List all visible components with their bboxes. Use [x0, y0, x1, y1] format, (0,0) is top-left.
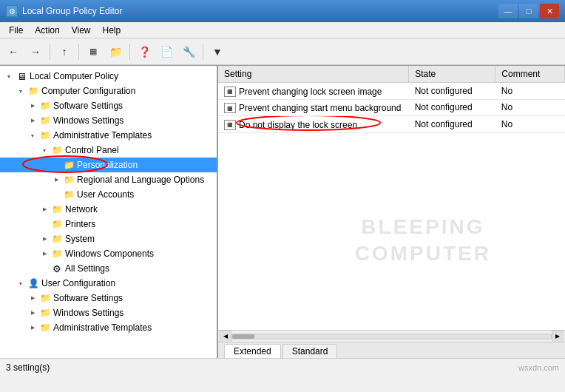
policy-icon-1: ▦	[224, 87, 236, 97]
tree-label-printers: Printers	[65, 219, 95, 229]
back-button[interactable]: ←	[3, 41, 24, 62]
state-cell-2: Not configured	[409, 99, 495, 116]
comment-cell-2: No	[495, 99, 565, 116]
tree-item-all-settings[interactable]: ⚙ All Settings	[0, 261, 217, 276]
policy-icon-2: ▦	[224, 103, 236, 113]
folder-icon-windows-components: 📁	[50, 248, 64, 260]
setting-cell: ▦ Do not display the lock screen	[218, 116, 409, 133]
menu-view[interactable]: View	[66, 24, 97, 37]
tree-toggle-admin[interactable]	[27, 129, 38, 141]
tree-toggle-windows-components[interactable]	[38, 248, 50, 260]
tree-toggle-control-panel[interactable]	[38, 144, 50, 156]
table-body: ▦ Prevent changing lock screen image Not…	[218, 83, 565, 133]
forward-button[interactable]: →	[25, 41, 46, 62]
right-panel-wrapper: BLEEPING COMPUTER Setting State Comment	[218, 66, 565, 358]
tree-toggle-regional[interactable]	[50, 174, 62, 186]
horizontal-scrollbar[interactable]: ◀ ▶	[218, 330, 565, 342]
folder-icon-regional: 📁	[62, 174, 75, 186]
folder-icon-user-software: 📁	[38, 292, 52, 304]
user-icon: 👤	[27, 277, 40, 289]
menu-file[interactable]: File	[3, 24, 29, 37]
tree-toggle-printers	[38, 218, 50, 230]
tab-extended[interactable]: Extended	[224, 344, 281, 358]
folder-icon-printers: 📁	[50, 218, 64, 230]
col-header-comment[interactable]: Comment	[495, 66, 565, 83]
tree-label-user-config: User Configuration	[41, 278, 115, 288]
folder-icon-network: 📁	[50, 203, 64, 215]
scrollbar-thumb[interactable]	[232, 334, 254, 339]
row-icon-3: ▦ Do not display the lock screen	[224, 120, 357, 130]
tree-item-admin-templates[interactable]: 📁 Administrative Templates	[0, 128, 217, 143]
toolbar: ← → ↑ ▦ 📁 ❓ 📄 🔧 ▼	[0, 38, 565, 65]
tree-toggle-user-software[interactable]	[27, 292, 38, 304]
tree-item-software-settings[interactable]: 📁 Software Settings	[0, 98, 217, 113]
tree-label-computer-config: Computer Configuration	[41, 86, 135, 96]
tree-toggle-software[interactable]	[27, 100, 38, 112]
scrollbar-track[interactable]	[231, 334, 552, 339]
table-row[interactable]: ▦ Do not display the lock screen Not con…	[218, 116, 565, 133]
app-icon: ⚙	[6, 5, 18, 17]
title-bar: ⚙ Local Group Policy Editor — □ ✕	[0, 0, 565, 22]
table-row[interactable]: ▦ Prevent changing start menu background…	[218, 99, 565, 116]
table-row[interactable]: ▦ Prevent changing lock screen image Not…	[218, 83, 565, 100]
scroll-left-arrow[interactable]: ◀	[220, 331, 231, 342]
tree-toggle-personalization	[50, 159, 62, 171]
close-button[interactable]: ✕	[540, 4, 559, 18]
folder-icon-user-windows: 📁	[38, 307, 52, 319]
tree-toggle-system[interactable]	[38, 233, 50, 245]
tree-toggle-network[interactable]	[38, 203, 50, 215]
tree-item-user-admin[interactable]: 📁 Administrative Templates	[0, 320, 217, 335]
folder-icon-computer-config: 📁	[27, 85, 40, 97]
folder-icon-control-panel: 📁	[50, 144, 64, 156]
policy-table: Setting State Comment ▦ Prevent changing…	[218, 66, 565, 330]
tree-toggle-user-windows[interactable]	[27, 307, 38, 319]
tab-standard[interactable]: Standard	[282, 344, 338, 358]
tree-item-user-software[interactable]: 📁 Software Settings	[0, 291, 217, 305]
comment-cell-1: No	[495, 83, 565, 100]
tree-item-windows-components[interactable]: 📁 Windows Components	[0, 246, 217, 261]
tree-item-regional[interactable]: 📁 Regional and Language Options	[0, 172, 217, 187]
up-button[interactable]: ↑	[54, 41, 75, 62]
settings-button[interactable]: 🔧	[178, 41, 199, 62]
menu-help[interactable]: Help	[97, 24, 127, 37]
tree-toggle-user-config[interactable]	[15, 277, 27, 289]
tree-item-personalization[interactable]: 📁 Personalization	[0, 158, 217, 172]
status-bar: 3 setting(s) wsxdn.com	[0, 358, 565, 376]
tree-toggle-user-accounts	[50, 189, 62, 200]
tree-item-system[interactable]: 📁 System	[0, 232, 217, 246]
tree-item-network[interactable]: 📁 Network	[0, 202, 217, 217]
setting-label-3: Do not display the lock screen	[239, 120, 357, 130]
tree-item-computer-config[interactable]: 📁 Computer Configuration	[0, 84, 217, 98]
tree-item-local-policy[interactable]: 🖥 Local Computer Policy	[0, 69, 217, 84]
tree-item-user-accounts[interactable]: 📁 User Accounts	[0, 187, 217, 202]
folder-button[interactable]: 📁	[105, 41, 126, 62]
minimize-button[interactable]: —	[498, 4, 518, 18]
tree-toggle-computer-config[interactable]	[15, 85, 27, 97]
tree-label-network: Network	[65, 204, 98, 214]
tree-label-personalization: Personalization	[77, 160, 138, 170]
filter-button[interactable]: ▼	[207, 41, 228, 62]
show-hide-button[interactable]: ▦	[83, 41, 104, 62]
menu-action[interactable]: Action	[29, 24, 65, 37]
maximize-button[interactable]: □	[519, 4, 538, 18]
col-header-setting[interactable]: Setting	[218, 66, 409, 83]
tree-toggle-user-admin[interactable]	[27, 322, 38, 334]
table-header: Setting State Comment	[218, 66, 565, 83]
scroll-right-arrow[interactable]: ▶	[552, 331, 564, 342]
tree-item-windows-settings[interactable]: 📁 Windows Settings	[0, 113, 217, 128]
tree-label-system: System	[65, 234, 95, 244]
tree-item-control-panel[interactable]: 📁 Control Panel	[0, 143, 217, 158]
settings-icon-all: ⚙	[50, 263, 64, 274]
tree-toggle-windows-settings[interactable]	[27, 115, 38, 126]
tree-toggle-local-policy[interactable]	[3, 70, 15, 82]
tree-label-user-admin: Administrative Templates	[53, 322, 152, 333]
toolbar-sep2	[78, 44, 79, 60]
folder-icon-windows-settings: 📁	[38, 115, 52, 126]
tree-item-user-config[interactable]: 👤 User Configuration	[0, 276, 217, 291]
tree-item-printers[interactable]: 📁 Printers	[0, 217, 217, 232]
tree-item-user-windows[interactable]: 📁 Windows Settings	[0, 305, 217, 320]
col-header-state[interactable]: State	[409, 66, 495, 83]
right-panel: BLEEPING COMPUTER Setting State Comment	[218, 66, 565, 358]
help-button[interactable]: ❓	[134, 41, 155, 62]
doc-button[interactable]: 📄	[156, 41, 177, 62]
